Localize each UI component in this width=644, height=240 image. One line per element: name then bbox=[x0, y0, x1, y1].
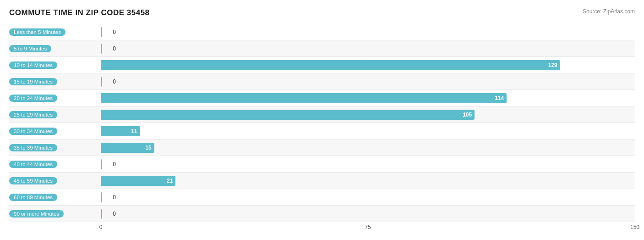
bar-label: 5 to 9 Minutes bbox=[9, 45, 101, 52]
grid-line bbox=[635, 24, 635, 222]
bar-fill: 0 bbox=[101, 27, 102, 37]
bar-fill: 0 bbox=[101, 44, 102, 54]
bar-fill: 0 bbox=[101, 159, 102, 169]
bar-label: Less than 5 Minutes bbox=[9, 28, 101, 36]
bar-row: 5 to 9 Minutes0 bbox=[9, 40, 635, 57]
bar-label-pill: 90 or more Minutes bbox=[9, 210, 64, 218]
bar-row: Less than 5 Minutes0 bbox=[9, 24, 635, 40]
bar-value-label: 114 bbox=[495, 95, 504, 101]
bar-label-pill: 35 to 39 Minutes bbox=[9, 144, 57, 151]
bar-fill: 21 bbox=[101, 176, 175, 186]
bar-label-pill: 25 to 29 Minutes bbox=[9, 111, 57, 118]
bar-row: 90 or more Minutes0 bbox=[9, 206, 635, 222]
bar-value-label: 15 bbox=[145, 145, 151, 151]
bar-label: 35 to 39 Minutes bbox=[9, 144, 101, 151]
bar-label: 15 to 19 Minutes bbox=[9, 78, 101, 85]
bar-area: 0 bbox=[101, 156, 635, 172]
bar-row: 25 to 29 Minutes105 bbox=[9, 106, 635, 123]
bar-row: 15 to 19 Minutes0 bbox=[9, 73, 635, 90]
bar-label: 60 to 89 Minutes bbox=[9, 194, 101, 201]
bar-label-pill: 15 to 19 Minutes bbox=[9, 78, 57, 85]
bar-label-pill: Less than 5 Minutes bbox=[9, 28, 65, 36]
bar-value-label: 11 bbox=[131, 128, 137, 134]
chart-header: COMMUTE TIME IN ZIP CODE 35458 Source: Z… bbox=[9, 8, 635, 17]
bar-fill: 0 bbox=[101, 209, 102, 219]
bar-area: 11 bbox=[101, 123, 635, 139]
chart-source: Source: ZipAtlas.com bbox=[583, 8, 635, 15]
bar-value-label: 0 bbox=[113, 45, 116, 52]
bar-label-pill: 45 to 59 Minutes bbox=[9, 177, 57, 184]
bar-row: 45 to 59 Minutes21 bbox=[9, 173, 635, 189]
bar-label: 40 to 44 Minutes bbox=[9, 161, 101, 168]
bar-row: 35 to 39 Minutes15 bbox=[9, 140, 635, 156]
bar-label-pill: 30 to 34 Minutes bbox=[9, 128, 57, 135]
bar-area: 129 bbox=[101, 57, 635, 73]
bar-label-pill: 60 to 89 Minutes bbox=[9, 194, 57, 201]
bar-label-pill: 10 to 14 Minutes bbox=[9, 61, 57, 69]
bar-value-label: 0 bbox=[113, 161, 116, 167]
bar-label: 30 to 34 Minutes bbox=[9, 128, 101, 135]
chart-title: COMMUTE TIME IN ZIP CODE 35458 bbox=[9, 8, 150, 17]
bar-row: 40 to 44 Minutes0 bbox=[9, 156, 635, 173]
bar-fill: 105 bbox=[101, 110, 475, 120]
bar-area: 0 bbox=[101, 24, 635, 40]
bar-value-label: 129 bbox=[548, 62, 557, 68]
bar-label: 20 to 24 Minutes bbox=[9, 95, 101, 102]
x-tick: 75 bbox=[365, 224, 371, 230]
x-tick: 0 bbox=[99, 224, 103, 230]
bar-label: 45 to 59 Minutes bbox=[9, 177, 101, 184]
bar-value-label: 0 bbox=[113, 194, 116, 201]
bar-value-label: 21 bbox=[167, 178, 173, 184]
bar-fill: 11 bbox=[101, 126, 140, 136]
bar-label: 90 or more Minutes bbox=[9, 210, 101, 218]
bar-label-pill: 5 to 9 Minutes bbox=[9, 45, 51, 52]
bar-area: 114 bbox=[101, 90, 635, 106]
bar-label-pill: 40 to 44 Minutes bbox=[9, 161, 57, 168]
x-tick: 150 bbox=[630, 224, 639, 230]
bar-row: 30 to 34 Minutes11 bbox=[9, 123, 635, 140]
bar-area: 0 bbox=[101, 40, 635, 56]
x-axis: 075150 bbox=[101, 224, 635, 235]
chart-container: COMMUTE TIME IN ZIP CODE 35458 Source: Z… bbox=[0, 0, 644, 240]
bar-value-label: 0 bbox=[113, 29, 116, 35]
bar-fill: 0 bbox=[101, 77, 102, 87]
bar-fill: 129 bbox=[101, 60, 560, 70]
bar-row: 20 to 24 Minutes114 bbox=[9, 90, 635, 106]
bar-row: 10 to 14 Minutes129 bbox=[9, 57, 635, 73]
bar-row: 60 to 89 Minutes0 bbox=[9, 189, 635, 206]
bar-value-label: 105 bbox=[463, 112, 472, 118]
bar-label: 10 to 14 Minutes bbox=[9, 61, 101, 69]
bar-fill: 15 bbox=[101, 143, 154, 153]
chart-body: Less than 5 Minutes05 to 9 Minutes010 to… bbox=[9, 24, 635, 235]
bars-container: Less than 5 Minutes05 to 9 Minutes010 to… bbox=[9, 24, 635, 222]
bar-value-label: 0 bbox=[113, 78, 116, 85]
bar-area: 0 bbox=[101, 206, 635, 222]
bar-area: 105 bbox=[101, 106, 635, 123]
bar-area: 21 bbox=[101, 173, 635, 189]
bar-fill: 114 bbox=[101, 93, 507, 103]
bar-label: 25 to 29 Minutes bbox=[9, 111, 101, 118]
bar-value-label: 0 bbox=[113, 211, 116, 217]
bar-area: 0 bbox=[101, 73, 635, 89]
bar-area: 15 bbox=[101, 140, 635, 156]
bar-fill: 0 bbox=[101, 192, 102, 202]
bar-label-pill: 20 to 24 Minutes bbox=[9, 95, 57, 102]
bar-area: 0 bbox=[101, 189, 635, 205]
